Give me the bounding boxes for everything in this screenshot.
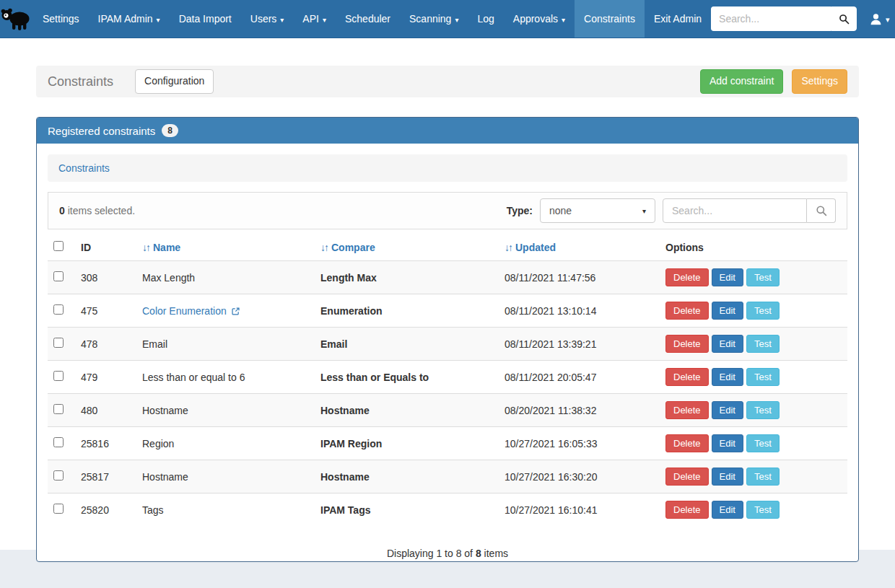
cell-name: Email — [136, 328, 315, 361]
row-checkbox-cell — [48, 294, 75, 328]
cell-updated: 08/11/2021 20:05:47 — [499, 361, 660, 394]
navbar-search-input[interactable] — [711, 6, 831, 31]
cell-options: DeleteEditTest — [660, 427, 847, 460]
edit-button[interactable]: Edit — [712, 401, 743, 419]
constraints-table: ID↓↑Name↓↑Compare↓↑UpdatedOptions 308Max… — [48, 234, 847, 526]
chevron-down-icon: ▾ — [886, 15, 890, 25]
table-search-input[interactable] — [663, 198, 807, 223]
edit-button[interactable]: Edit — [712, 268, 743, 286]
test-button[interactable]: Test — [746, 368, 780, 386]
table-search-button[interactable] — [807, 198, 836, 223]
chevron-down-icon: ▾ — [455, 16, 458, 24]
footer-suffix: items — [481, 548, 508, 559]
navbar-search-button[interactable] — [831, 6, 857, 31]
row-checkbox[interactable] — [53, 437, 64, 447]
row-checkbox[interactable] — [53, 271, 64, 281]
cell-name: Max Length — [136, 261, 315, 294]
delete-button[interactable]: Delete — [665, 335, 709, 353]
add-constraint-button[interactable]: Add constraint — [700, 69, 784, 94]
tab-constraints[interactable]: Constraints — [58, 162, 110, 174]
table-row: 475Color EnumerationEnumeration08/11/202… — [48, 294, 847, 328]
nav-link-constraints[interactable]: Constraints — [575, 0, 645, 38]
delete-button[interactable]: Delete — [665, 368, 709, 386]
cell-id: 25816 — [75, 427, 136, 460]
test-button[interactable]: Test — [746, 302, 780, 320]
count-badge: 8 — [162, 124, 178, 137]
edit-button[interactable]: Edit — [712, 468, 743, 486]
cell-compare: Hostname — [315, 394, 499, 427]
row-checkbox[interactable] — [53, 338, 64, 348]
cell-options: DeleteEditTest — [660, 361, 847, 394]
cell-options: DeleteEditTest — [660, 493, 847, 527]
cell-id: 475 — [75, 294, 136, 328]
column-header-compare[interactable]: ↓↑Compare — [315, 234, 499, 261]
table-row: 480HostnameHostname08/20/2021 11:38:32De… — [48, 394, 847, 427]
nav-link-scanning[interactable]: Scanning▾ — [400, 0, 468, 38]
column-label: Compare — [331, 242, 375, 253]
footer-prefix: Displaying 1 to 8 of — [387, 548, 476, 559]
navbar-search — [711, 6, 857, 31]
test-button[interactable]: Test — [746, 268, 780, 286]
nav-link-approvals[interactable]: Approvals▾ — [504, 0, 575, 38]
delete-button[interactable]: Delete — [665, 401, 709, 419]
header-actions: Add constraint Settings — [700, 69, 847, 94]
column-label: Options — [665, 242, 704, 253]
cell-updated: 08/11/2021 11:47:56 — [499, 261, 660, 294]
delete-button[interactable]: Delete — [665, 501, 709, 519]
row-checkbox[interactable] — [53, 504, 64, 514]
row-checkbox[interactable] — [53, 404, 64, 414]
chevron-down-icon: ▾ — [642, 207, 646, 215]
cell-id: 308 — [75, 261, 136, 294]
column-header-options: Options — [660, 234, 847, 261]
row-checkbox-cell — [48, 394, 75, 427]
configuration-button[interactable]: Configuration — [135, 69, 214, 94]
toolbar-right: Type: none ▾ — [507, 198, 836, 223]
column-header-updated[interactable]: ↓↑Updated — [499, 234, 660, 261]
test-button[interactable]: Test — [746, 501, 780, 519]
edit-button[interactable]: Edit — [712, 434, 743, 452]
row-checkbox[interactable] — [53, 371, 64, 381]
panel-body: Constraints 0 items selected. Type: none… — [37, 144, 858, 570]
type-select[interactable]: none ▾ — [540, 198, 655, 223]
edit-button[interactable]: Edit — [712, 368, 743, 386]
brand-logo[interactable] — [0, 0, 33, 38]
row-checkbox[interactable] — [53, 470, 64, 481]
edit-button[interactable]: Edit — [712, 335, 743, 353]
footer-total: 8 — [476, 548, 481, 559]
edit-button[interactable]: Edit — [712, 501, 743, 519]
nav-link-users[interactable]: Users▾ — [241, 0, 294, 38]
top-navbar: SettingsIPAM Admin▾Data ImportUsers▾API▾… — [0, 0, 895, 38]
delete-button[interactable]: Delete — [665, 434, 709, 452]
column-header-name[interactable]: ↓↑Name — [136, 234, 315, 261]
row-checkbox-cell — [48, 427, 75, 460]
nav-link-api[interactable]: API▾ — [293, 0, 336, 38]
select-all-checkbox[interactable] — [53, 241, 64, 251]
settings-button[interactable]: Settings — [792, 69, 847, 94]
cell-id: 478 — [75, 328, 136, 361]
nav-link-exit-admin[interactable]: Exit Admin — [645, 0, 711, 38]
user-menu[interactable]: ▾ — [870, 13, 890, 25]
table-row: 25817HostnameHostname10/27/2021 16:30:20… — [48, 460, 847, 493]
edit-button[interactable]: Edit — [712, 302, 743, 320]
delete-button[interactable]: Delete — [665, 468, 709, 486]
nav-link-log[interactable]: Log — [468, 0, 503, 38]
nav-link-scheduler[interactable]: Scheduler — [336, 0, 400, 38]
search-icon — [816, 205, 827, 216]
row-checkbox[interactable] — [53, 304, 64, 315]
test-button[interactable]: Test — [746, 434, 780, 452]
delete-button[interactable]: Delete — [665, 268, 709, 286]
nav-link-settings[interactable]: Settings — [33, 0, 89, 38]
constraint-link[interactable]: Color Enumeration — [142, 305, 227, 317]
test-button[interactable]: Test — [746, 401, 780, 419]
nav-item-ipam-admin: IPAM Admin▾ — [89, 0, 170, 38]
sort-icon: ↓↑ — [505, 242, 512, 253]
test-button[interactable]: Test — [746, 468, 780, 486]
nav-item-api: API▾ — [293, 0, 336, 38]
test-button[interactable]: Test — [746, 335, 780, 353]
nav-link-ipam-admin[interactable]: IPAM Admin▾ — [89, 0, 170, 38]
table-toolbar: 0 items selected. Type: none ▾ — [48, 192, 847, 229]
nav-items: SettingsIPAM Admin▾Data ImportUsers▾API▾… — [33, 0, 711, 38]
delete-button[interactable]: Delete — [665, 302, 709, 320]
cell-updated: 08/20/2021 11:38:32 — [499, 394, 660, 427]
nav-link-data-import[interactable]: Data Import — [170, 0, 241, 38]
